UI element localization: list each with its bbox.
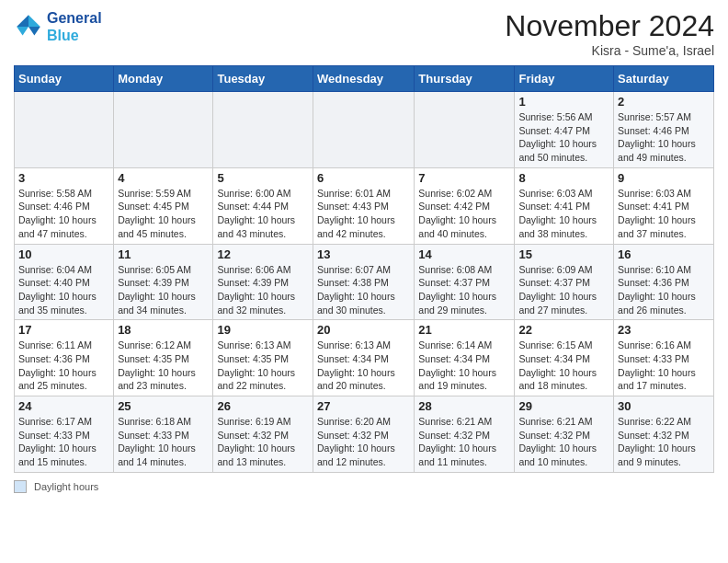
day-info: Sunrise: 6:10 AMSunset: 4:36 PMDaylight:… bbox=[618, 263, 710, 317]
day-number: 21 bbox=[418, 323, 510, 337]
day-number: 11 bbox=[118, 247, 209, 261]
day-cell: 18Sunrise: 6:12 AMSunset: 4:35 PMDayligh… bbox=[114, 320, 213, 396]
day-info: Sunrise: 6:18 AMSunset: 4:33 PMDaylight:… bbox=[118, 415, 209, 469]
legend-label: Daylight hours bbox=[34, 481, 98, 492]
day-number: 13 bbox=[317, 247, 410, 261]
day-cell: 30Sunrise: 6:22 AMSunset: 4:32 PMDayligh… bbox=[614, 396, 714, 473]
day-number: 19 bbox=[217, 323, 309, 337]
weekday-header-saturday: Saturday bbox=[614, 66, 714, 92]
day-number: 27 bbox=[317, 399, 410, 413]
day-cell: 8Sunrise: 6:03 AMSunset: 4:41 PMDaylight… bbox=[515, 167, 614, 244]
day-info: Sunrise: 6:02 AMSunset: 4:42 PMDaylight:… bbox=[418, 187, 510, 241]
day-info: Sunrise: 6:20 AMSunset: 4:32 PMDaylight:… bbox=[317, 415, 410, 469]
logo-icon bbox=[14, 12, 43, 41]
day-cell: 5Sunrise: 6:00 AMSunset: 4:44 PMDaylight… bbox=[213, 167, 313, 244]
title-block: November 2024 Kisra - Sume'a, Israel bbox=[505, 9, 714, 58]
day-number: 4 bbox=[118, 171, 209, 185]
day-info: Sunrise: 6:19 AMSunset: 4:32 PMDaylight:… bbox=[217, 415, 309, 469]
weekday-header-thursday: Thursday bbox=[415, 66, 515, 92]
week-row-3: 10Sunrise: 6:04 AMSunset: 4:40 PMDayligh… bbox=[15, 244, 714, 320]
day-cell bbox=[415, 92, 515, 168]
day-info: Sunrise: 6:21 AMSunset: 4:32 PMDaylight:… bbox=[418, 415, 510, 469]
day-number: 12 bbox=[217, 247, 309, 261]
week-row-1: 1Sunrise: 5:56 AMSunset: 4:47 PMDaylight… bbox=[15, 92, 714, 168]
day-number: 18 bbox=[118, 323, 209, 337]
weekday-header-sunday: Sunday bbox=[15, 66, 114, 92]
day-info: Sunrise: 6:21 AMSunset: 4:32 PMDaylight:… bbox=[518, 415, 609, 469]
svg-marker-2 bbox=[17, 15, 28, 27]
day-cell: 7Sunrise: 6:02 AMSunset: 4:42 PMDaylight… bbox=[415, 167, 515, 244]
day-number: 8 bbox=[518, 171, 609, 185]
day-info: Sunrise: 6:08 AMSunset: 4:37 PMDaylight:… bbox=[418, 263, 510, 317]
day-info: Sunrise: 6:00 AMSunset: 4:44 PMDaylight:… bbox=[217, 187, 309, 241]
day-cell: 4Sunrise: 5:59 AMSunset: 4:45 PMDaylight… bbox=[114, 167, 213, 244]
day-cell: 16Sunrise: 6:10 AMSunset: 4:36 PMDayligh… bbox=[614, 244, 714, 320]
day-number: 28 bbox=[418, 399, 510, 413]
weekday-header-monday: Monday bbox=[114, 66, 213, 92]
day-cell: 14Sunrise: 6:08 AMSunset: 4:37 PMDayligh… bbox=[415, 244, 515, 320]
day-info: Sunrise: 6:03 AMSunset: 4:41 PMDaylight:… bbox=[518, 187, 609, 241]
day-cell: 27Sunrise: 6:20 AMSunset: 4:32 PMDayligh… bbox=[313, 396, 415, 473]
day-info: Sunrise: 6:16 AMSunset: 4:33 PMDaylight:… bbox=[618, 339, 710, 393]
logo: General Blue bbox=[14, 9, 102, 44]
day-number: 2 bbox=[618, 95, 710, 109]
svg-marker-1 bbox=[28, 27, 40, 36]
day-cell: 24Sunrise: 6:17 AMSunset: 4:33 PMDayligh… bbox=[15, 396, 114, 473]
day-info: Sunrise: 6:13 AMSunset: 4:35 PMDaylight:… bbox=[217, 339, 309, 393]
day-cell: 22Sunrise: 6:15 AMSunset: 4:34 PMDayligh… bbox=[515, 320, 614, 396]
day-cell bbox=[213, 92, 313, 168]
week-row-2: 3Sunrise: 5:58 AMSunset: 4:46 PMDaylight… bbox=[15, 167, 714, 244]
day-number: 7 bbox=[418, 171, 510, 185]
day-cell: 10Sunrise: 6:04 AMSunset: 4:40 PMDayligh… bbox=[15, 244, 114, 320]
day-info: Sunrise: 5:58 AMSunset: 4:46 PMDaylight:… bbox=[18, 187, 109, 241]
weekday-header-friday: Friday bbox=[515, 66, 614, 92]
day-cell: 15Sunrise: 6:09 AMSunset: 4:37 PMDayligh… bbox=[515, 244, 614, 320]
day-number: 26 bbox=[217, 399, 309, 413]
day-cell bbox=[15, 92, 114, 168]
location: Kisra - Sume'a, Israel bbox=[505, 43, 714, 58]
day-number: 24 bbox=[18, 399, 109, 413]
weekday-header-tuesday: Tuesday bbox=[213, 66, 313, 92]
day-number: 29 bbox=[518, 399, 609, 413]
day-number: 23 bbox=[618, 323, 710, 337]
day-cell: 11Sunrise: 6:05 AMSunset: 4:39 PMDayligh… bbox=[114, 244, 213, 320]
day-info: Sunrise: 6:22 AMSunset: 4:32 PMDaylight:… bbox=[618, 415, 710, 469]
day-cell: 9Sunrise: 6:03 AMSunset: 4:41 PMDaylight… bbox=[614, 167, 714, 244]
day-info: Sunrise: 6:13 AMSunset: 4:34 PMDaylight:… bbox=[317, 339, 410, 393]
day-number: 25 bbox=[118, 399, 209, 413]
day-number: 30 bbox=[618, 399, 710, 413]
weekday-header-wednesday: Wednesday bbox=[313, 66, 415, 92]
day-number: 3 bbox=[18, 171, 109, 185]
legend: Daylight hours bbox=[14, 480, 714, 493]
day-cell: 20Sunrise: 6:13 AMSunset: 4:34 PMDayligh… bbox=[313, 320, 415, 396]
day-cell: 6Sunrise: 6:01 AMSunset: 4:43 PMDaylight… bbox=[313, 167, 415, 244]
day-cell: 29Sunrise: 6:21 AMSunset: 4:32 PMDayligh… bbox=[515, 396, 614, 473]
day-cell: 13Sunrise: 6:07 AMSunset: 4:38 PMDayligh… bbox=[313, 244, 415, 320]
svg-marker-3 bbox=[17, 27, 28, 36]
day-number: 14 bbox=[418, 247, 510, 261]
day-info: Sunrise: 6:07 AMSunset: 4:38 PMDaylight:… bbox=[317, 263, 410, 317]
day-cell: 21Sunrise: 6:14 AMSunset: 4:34 PMDayligh… bbox=[415, 320, 515, 396]
day-cell: 3Sunrise: 5:58 AMSunset: 4:46 PMDaylight… bbox=[15, 167, 114, 244]
day-number: 17 bbox=[18, 323, 109, 337]
day-info: Sunrise: 5:57 AMSunset: 4:46 PMDaylight:… bbox=[618, 110, 710, 165]
day-cell: 28Sunrise: 6:21 AMSunset: 4:32 PMDayligh… bbox=[415, 396, 515, 473]
day-info: Sunrise: 6:04 AMSunset: 4:40 PMDaylight:… bbox=[18, 263, 109, 317]
day-info: Sunrise: 6:01 AMSunset: 4:43 PMDaylight:… bbox=[317, 187, 410, 241]
day-info: Sunrise: 5:56 AMSunset: 4:47 PMDaylight:… bbox=[518, 110, 609, 165]
day-cell: 26Sunrise: 6:19 AMSunset: 4:32 PMDayligh… bbox=[213, 396, 313, 473]
day-number: 6 bbox=[317, 171, 410, 185]
month-title: November 2024 bbox=[505, 9, 714, 43]
day-cell bbox=[114, 92, 213, 168]
day-info: Sunrise: 6:06 AMSunset: 4:39 PMDaylight:… bbox=[217, 263, 309, 317]
logo-text: General Blue bbox=[47, 9, 102, 44]
day-cell: 17Sunrise: 6:11 AMSunset: 4:36 PMDayligh… bbox=[15, 320, 114, 396]
day-number: 1 bbox=[518, 95, 609, 109]
day-number: 9 bbox=[618, 171, 710, 185]
day-info: Sunrise: 6:03 AMSunset: 4:41 PMDaylight:… bbox=[618, 187, 710, 241]
day-info: Sunrise: 6:14 AMSunset: 4:34 PMDaylight:… bbox=[418, 339, 510, 393]
calendar-table: SundayMondayTuesdayWednesdayThursdayFrid… bbox=[14, 65, 714, 473]
weekday-header-row: SundayMondayTuesdayWednesdayThursdayFrid… bbox=[15, 66, 714, 92]
day-info: Sunrise: 5:59 AMSunset: 4:45 PMDaylight:… bbox=[118, 187, 209, 241]
svg-marker-0 bbox=[28, 15, 40, 27]
